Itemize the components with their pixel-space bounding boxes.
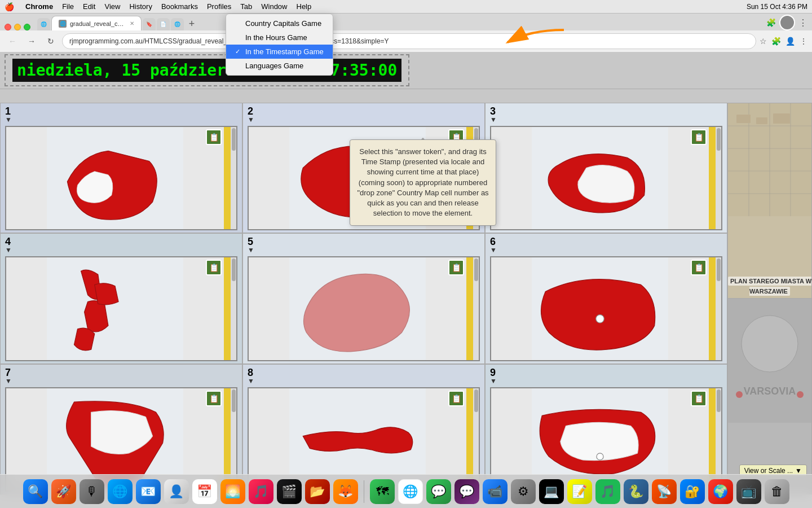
yellow-bar-5 [466,257,473,360]
dock-item-zoom[interactable]: 📹 [483,479,508,504]
scroll-bar-3[interactable] [716,127,721,229]
scroll-thumb-4[interactable] [232,259,236,281]
yellow-bar-4 [224,257,231,360]
traffic-light-maximize[interactable] [24,24,30,30]
grid-cell-4[interactable]: 4 ▼ [0,233,242,364]
dock-item-contacts[interactable]: 👤 [164,479,189,504]
dock-item-trash[interactable]: 🗑 [765,479,789,504]
dock-item-maps[interactable]: 🗺 [370,479,395,504]
dock-item-notes[interactable]: 📝 [567,479,592,504]
cell-inner-1 [5,126,237,230]
scroll-thumb-5[interactable] [474,259,478,281]
note-icon-4 [206,260,222,275]
menu-item-bookmarks[interactable]: Bookmarks [161,2,198,11]
dropdown-languages-game[interactable]: Languages Game [226,59,333,73]
cell-inner-4 [5,256,237,361]
extensions-icon[interactable]: 🧩 [766,18,776,27]
map-area-6 [491,257,709,360]
grid-cell-1[interactable]: 1 ▼ [0,103,242,233]
dock-item-safari[interactable]: 🌐 [108,479,133,504]
grid-cell-3[interactable]: 3 ▼ [485,103,727,233]
dock-item-finder[interactable]: 🔍 [23,479,48,504]
forward-button[interactable]: → [24,33,39,49]
address-bar[interactable]: rjmprogramming.com.au/HTMLCSS/gradual_re… [62,33,756,49]
dock-item-chrome[interactable]: 🌐 [398,479,423,504]
map-svg-3 [491,127,709,229]
dock-item-terminal[interactable]: 💻 [539,479,564,504]
tab-inactive-group1[interactable]: 🌐 [37,18,50,30]
scroll-thumb-6[interactable] [717,259,721,281]
menu-item-tab[interactable]: Tab [240,2,252,11]
scroll-thumb-8[interactable] [474,389,478,412]
grid-cell-5[interactable]: 5 ▼ [242,233,485,364]
browser-chrome: 🌐 🌐 gradual_reveal_country_game ✕ 🔖 📄 🌐 … [0,14,812,52]
scroll-bar-1[interactable] [231,127,236,229]
menu-item-chrome[interactable]: Chrome [25,2,53,11]
check-icon: ✓ [235,48,242,55]
cell-arrow-9: ▼ [490,377,497,385]
tab-close-icon[interactable]: ✕ [130,20,134,27]
dock-item-filezilla[interactable]: 📂 [305,479,330,504]
bookmark-icon[interactable]: ☆ [760,37,767,46]
scroll-bar-5[interactable] [473,257,479,360]
menu-item-view[interactable]: View [104,2,120,11]
dock-item-python[interactable]: 🐍 [624,479,648,504]
menu-item-history[interactable]: History [129,2,152,11]
more-options-icon[interactable]: ⋮ [798,17,807,28]
scroll-bar-4[interactable] [231,257,236,360]
dock-item-movies[interactable]: 🎬 [277,479,302,504]
extensions-icon[interactable]: 🧩 [771,37,781,46]
dock-item-firefox[interactable]: 🦊 [333,479,358,504]
dock-item-photos[interactable]: 🌅 [220,479,245,504]
scroll-bar-6[interactable] [716,257,721,360]
menu-item-window[interactable]: Window [261,2,287,11]
scroll-thumb-7[interactable] [232,389,236,412]
grid-cell-6[interactable]: 6 ▼ [485,233,727,364]
new-tab-button[interactable]: + [185,17,198,30]
dock-item-siri[interactable]: 🎙 [80,479,104,504]
svg-point-12 [597,453,603,459]
apple-logo[interactable]: 🍎 [5,2,14,11]
scroll-thumb-3[interactable] [717,128,721,151]
menu-item-edit[interactable]: Edit [83,2,95,11]
scroll-thumb-1[interactable] [232,128,236,151]
dock-item-misc1[interactable]: 📡 [652,479,677,504]
menu-item-help[interactable]: Help [297,2,312,11]
note-icon-5 [448,260,464,275]
dock-item-mail[interactable]: 📧 [136,479,161,504]
dock-item-spotify[interactable]: 🎵 [595,479,620,504]
dropdown-hours-game[interactable]: In the Hours Game [226,30,333,45]
cell-arrow-3: ▼ [490,116,497,124]
map-area-1 [6,127,224,229]
traffic-light-close[interactable] [5,24,11,30]
note-icon-6 [691,260,707,275]
back-button[interactable]: ← [5,33,20,49]
dock-item-misc2[interactable]: 🔐 [680,479,705,504]
dock-item-slack[interactable]: 💬 [454,479,479,504]
dock-item-calendar[interactable]: 📅 [192,479,217,504]
dock-item-prefs[interactable]: ⚙ [511,479,536,504]
date-header: niedziela, 15 października 2023 07:35:00 [5,54,409,86]
page-content: niedziela, 15 października 2023 07:35:00… [0,52,812,494]
dock-item-messages[interactable]: 💬 [426,479,451,504]
menu-item-profiles[interactable]: Profiles [207,2,231,11]
traffic-light-minimize[interactable] [14,24,21,30]
dock-item-misc4[interactable]: 📺 [736,479,761,504]
svg-rect-5 [47,257,183,360]
svg-rect-21 [736,115,751,123]
dock-item-launchpad[interactable]: 🚀 [51,479,76,504]
note-icon-9 [691,391,707,406]
more-menu-icon[interactable]: ⋮ [800,37,807,46]
reload-button[interactable]: ↻ [43,33,59,49]
menu-item-file[interactable]: File [62,2,74,11]
dock-item-itunes[interactable]: 🎵 [249,479,273,504]
profile-avatar[interactable] [779,15,795,30]
dropdown-country-capitals[interactable]: Country Capitals Game [226,16,333,30]
tab-active[interactable]: 🌐 gradual_reveal_country_game ✕ [51,16,142,30]
dropdown-timestamp-game[interactable]: ✓ In the Timestamp Game [226,45,333,59]
scroll-thumb-9[interactable] [717,389,721,412]
profile-icon[interactable]: 👤 [785,37,795,46]
page-header: niedziela, 15 października 2023 07:35:00 [0,52,812,89]
dock-item-misc3[interactable]: 🌍 [708,479,733,504]
dropdown-arrow-icon: ▼ [795,467,802,475]
